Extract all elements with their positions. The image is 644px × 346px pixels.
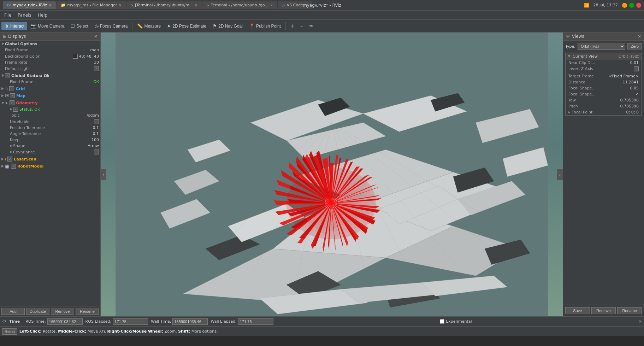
toolbar-select[interactable]: ☐ Select (68, 22, 91, 30)
global-status-checkbox[interactable] (5, 73, 10, 78)
tab-rviz-close[interactable]: ✕ (49, 4, 52, 7)
display-odometry-shape-row[interactable]: Shape Arrow (0, 143, 100, 149)
views-title-label: Views (572, 34, 584, 39)
toolbar-extra-3[interactable]: 👁 (306, 22, 316, 30)
display-odometry-topic-row[interactable]: Topic /odom (0, 112, 100, 118)
wall-elapsed-label: Wall Elapsed: (211, 319, 236, 324)
minimize-button[interactable] (622, 3, 627, 8)
wall-elapsed-input[interactable] (238, 318, 273, 325)
odometry-unreliable-checkbox[interactable] (94, 119, 99, 124)
current-view-focal-point-row[interactable]: Focal Point 0; 0; 0 (566, 109, 642, 115)
invert-z-checkbox[interactable] (634, 66, 639, 71)
current-view-yaw-row[interactable]: Yaw 0.785398 (566, 97, 642, 103)
views-panel-close[interactable]: ✕ (638, 34, 641, 39)
tab-terminal2-close[interactable]: ✕ (270, 4, 273, 7)
odometry-checkbox[interactable] (10, 100, 14, 105)
map-checkbox[interactable] (10, 93, 15, 98)
viewport-left-arrow[interactable]: ‹ (101, 169, 106, 180)
displays-panel: ⊞ Displays ✕ Global Options Fixed Frame … (0, 33, 101, 316)
menu-panels[interactable]: Panels (15, 12, 34, 19)
menu-help[interactable]: Help (35, 12, 50, 19)
views-zero-button[interactable]: Zero (627, 43, 642, 49)
toolbar-focus-camera[interactable]: ◎ Focus Camera (92, 22, 131, 30)
viewport-right-arrow[interactable]: › (557, 169, 563, 180)
menu-file[interactable]: File (1, 12, 14, 19)
display-odometry-status-row[interactable]: Status: Ok (0, 106, 100, 112)
display-default-light-row[interactable]: Default Light (0, 65, 100, 72)
displays-panel-close[interactable]: ✕ (94, 34, 98, 39)
ros-time-input[interactable] (47, 318, 83, 325)
toolbar-extra-1[interactable]: ✛ (288, 22, 297, 30)
experimental-checkbox[interactable] (440, 319, 444, 324)
display-map-row[interactable]: 🗺 Map (0, 93, 100, 99)
current-view-near-clip-row[interactable]: Near Clip Di... 0.01 (566, 60, 642, 66)
display-odometry-row[interactable]: ➤ Odometry (0, 100, 100, 106)
tab-terminal1[interactable]: $ [Terminal - /home/ubuntu/m... ✕ (126, 1, 202, 9)
current-view-pitch-row[interactable]: Pitch 0.785398 (566, 103, 642, 109)
current-view-invert-z-row[interactable]: Invert Z Axis (566, 66, 642, 73)
current-view-distance-row[interactable]: Distance 11.2841 (566, 79, 642, 85)
display-odometry-covariance-row[interactable]: Covariance (0, 149, 100, 155)
tab-terminal1-close[interactable]: ✕ (195, 4, 197, 7)
display-bg-color-row[interactable]: Background Color 48; 48; 48 (0, 53, 100, 59)
robot-model-checkbox[interactable] (11, 164, 16, 169)
views-save-button[interactable]: Save (565, 307, 590, 314)
bg-color-label: Background Color (5, 54, 73, 59)
displays-remove-button[interactable]: Remove (51, 308, 74, 315)
display-robot-model-row[interactable]: 🤖 RobotModel (0, 163, 100, 169)
fixed-frame-status-label: Fixed Frame (10, 80, 93, 84)
display-grid-row[interactable]: ⊞ Grid (0, 86, 100, 92)
3d-scene[interactable]: ‹ › (101, 33, 563, 316)
toolbar-extra-2[interactable]: − (297, 22, 306, 30)
tab-filemanager[interactable]: 📁 myagv_ros - File Manager ✕ (57, 1, 126, 9)
toolbar-publish-point[interactable]: 📍 Publish Point (246, 22, 284, 30)
display-odometry-keep-row[interactable]: Keep 100 (0, 137, 100, 143)
views-type-select[interactable]: Orbit (rviz) FPS TopDownOrtho (578, 43, 625, 50)
views-rename-button[interactable]: Rename (617, 307, 642, 314)
display-fixed-frame-status-row[interactable]: Fixed Frame OK (0, 79, 100, 85)
displays-add-button[interactable]: Add (1, 308, 25, 315)
time-panel-close[interactable]: ✕ (638, 319, 642, 324)
display-odometry-pos-tol-row[interactable]: Position Tolerance 0.1 (0, 125, 100, 131)
views-panel: 👁 Views ✕ Type: Orbit (rviz) FPS TopDown… (563, 33, 644, 316)
maximize-button[interactable] (629, 3, 634, 8)
current-view-focal-shape1-row[interactable]: Focal Shape... 0.05 (566, 85, 642, 91)
ros-elapsed-input[interactable] (113, 318, 148, 325)
laser-scan-checkbox[interactable] (7, 157, 12, 162)
odometry-covariance-expand-icon (10, 151, 12, 153)
toolbar-2d-nav[interactable]: ⚑ 2D Nav Goal (210, 22, 246, 30)
current-view-header[interactable]: Current View Orbit (rviz) (566, 53, 642, 60)
odometry-angle-tol-label: Angle Tolerance (10, 131, 93, 136)
pitch-value: 0.785398 (620, 104, 639, 109)
display-odometry-angle-tol-row[interactable]: Angle Tolerance 0.1 (0, 131, 100, 137)
toolbar-interact[interactable]: 🖱 Interact (1, 22, 27, 30)
displays-rename-button[interactable]: Rename (76, 308, 99, 315)
default-light-checkbox[interactable] (94, 66, 99, 71)
wall-time-input[interactable] (172, 318, 208, 325)
pose-icon: ➤ (167, 23, 171, 29)
display-laser-scan-row[interactable]: ⟩ LaserScan (0, 156, 100, 162)
display-odometry-unreliable-row[interactable]: Unreliable (0, 118, 100, 125)
tab-filemanager-close[interactable]: ✕ (119, 4, 122, 7)
current-view-target-frame-row[interactable]: Target Frame <Fixed Frame> (566, 73, 642, 79)
display-frame-rate-row[interactable]: Frame Rate 30 (0, 59, 100, 65)
tab-rviz[interactable]: rv myagv_rviz - RViz ✕ (3, 1, 56, 9)
odometry-covariance-checkbox[interactable] (94, 149, 99, 154)
tab-rviz-icon: rv (7, 3, 11, 7)
toolbar-move-camera[interactable]: 📷 Move Camera (28, 22, 67, 30)
svg-point-92 (286, 167, 376, 239)
current-view-focal-shape2-row[interactable]: Focal Shape... ✓ (566, 91, 642, 97)
display-fixed-frame-row[interactable]: Fixed Frame map (0, 47, 100, 53)
display-global-options-row[interactable]: Global Options (0, 41, 100, 47)
toolbar-measure[interactable]: 📏 Measure (134, 22, 164, 30)
displays-duplicate-button[interactable]: Duplicate (26, 308, 49, 315)
3d-viewport[interactable]: ‹ › (101, 33, 563, 316)
odometry-status-checkbox[interactable] (13, 107, 18, 112)
display-global-status-row[interactable]: Global Status: Ok (0, 72, 100, 79)
views-remove-button[interactable]: Remove (591, 307, 616, 314)
status-reset-button[interactable]: Reset (2, 328, 17, 335)
tab-terminal2[interactable]: $ Terminal - /home/ubuntu/go... ✕ (202, 1, 277, 9)
grid-checkbox[interactable] (9, 86, 14, 91)
close-button[interactable] (636, 3, 641, 8)
toolbar-2d-pose[interactable]: ➤ 2D Pose Estimate (164, 22, 209, 30)
